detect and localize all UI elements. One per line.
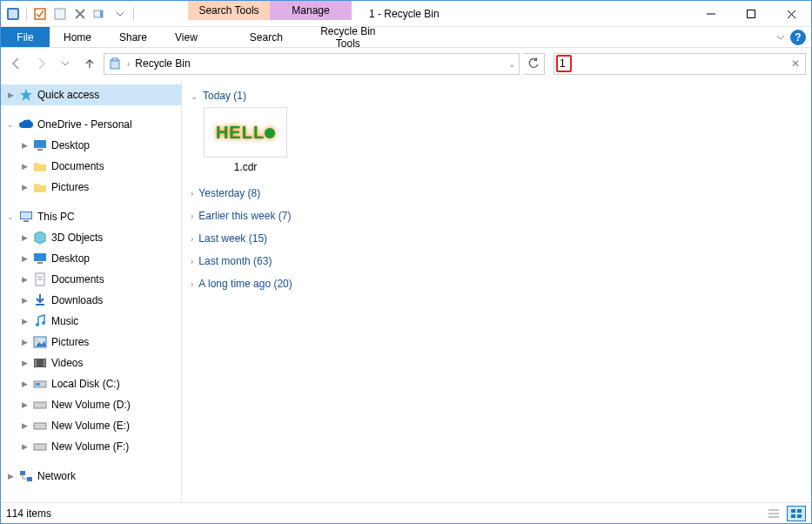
nav-pc-desktop[interactable]: ▶Desktop <box>1 248 181 269</box>
ribbon-expand-icon[interactable] <box>776 33 785 42</box>
svg-rect-10 <box>34 140 46 148</box>
tab-file[interactable]: File <box>1 27 50 47</box>
tab-home[interactable]: Home <box>50 27 105 47</box>
nav-label: 3D Objects <box>50 232 103 244</box>
svg-point-24 <box>37 339 39 342</box>
chevron-right-icon[interactable]: › <box>191 279 193 289</box>
tab-view[interactable]: View <box>161 27 211 47</box>
chevron-right-icon[interactable]: › <box>191 234 193 244</box>
nav-label: Pictures <box>50 181 89 193</box>
address-dropdown-icon[interactable]: ⌄ <box>508 59 515 69</box>
nav-label: Music <box>50 315 78 327</box>
qat-delete-icon[interactable] <box>71 5 89 23</box>
nav-label: Quick access <box>36 89 99 101</box>
qat-rename-icon[interactable] <box>91 5 109 23</box>
chevron-right-icon[interactable]: › <box>191 212 193 221</box>
video-icon <box>32 355 48 371</box>
qat-new-icon[interactable] <box>51 5 69 23</box>
group-last-week[interactable]: ›Last week (15) <box>189 227 804 250</box>
nav-pc-diskf[interactable]: ▶New Volume (F:) <box>1 436 181 457</box>
forward-button[interactable] <box>30 53 51 74</box>
group-label: Last month (63) <box>198 255 272 267</box>
up-button[interactable] <box>79 53 100 74</box>
group-earlier-week[interactable]: ›Earlier this week (7) <box>189 205 804 227</box>
back-button[interactable] <box>6 53 27 74</box>
file-item[interactable]: HELL 1.cdr <box>198 107 293 173</box>
context-tab-manage[interactable]: Manage <box>270 1 352 20</box>
nav-label: OneDrive - Personal <box>36 118 132 131</box>
address-bar[interactable]: › Recycle Bin ⌄ <box>104 53 520 75</box>
nav-label: Local Disk (C:) <box>50 378 120 390</box>
nav-pc-downloads[interactable]: ▶Downloads <box>1 290 181 311</box>
nav-pc-3d[interactable]: ▶3D Objects <box>1 227 181 248</box>
chevron-right-icon[interactable]: ▶ <box>18 141 30 150</box>
chevron-down-icon[interactable]: ⌄ <box>4 120 17 129</box>
minimize-button[interactable] <box>691 1 731 27</box>
qat-dropdown-icon[interactable] <box>111 5 129 23</box>
search-input[interactable] <box>560 57 791 70</box>
nav-pc-diskc[interactable]: ▶Local Disk (C:) <box>1 373 181 394</box>
chevron-right-icon[interactable]: ▶ <box>18 183 30 191</box>
tab-share[interactable]: Share <box>105 27 161 47</box>
svg-rect-1 <box>9 10 17 18</box>
context-tab-search[interactable]: Search Tools <box>188 1 270 20</box>
content-area[interactable]: ⌄ Today (1) HELL 1.cdr ›Yesterday (8) ›E… <box>182 79 811 502</box>
nav-label: New Volume (F:) <box>50 440 129 453</box>
disk-icon <box>32 397 48 413</box>
qat-properties-icon[interactable] <box>31 5 49 23</box>
svg-rect-29 <box>36 383 40 386</box>
status-item-count: 114 items <box>6 507 51 520</box>
nav-od-desktop[interactable]: ▶Desktop <box>1 135 181 156</box>
svg-rect-2 <box>35 9 45 19</box>
nav-label: This PC <box>36 211 75 223</box>
group-label: Today (1) <box>203 90 246 102</box>
svg-rect-31 <box>34 423 46 429</box>
nav-od-pictures[interactable]: ▶Pictures <box>1 177 181 198</box>
group-yesterday[interactable]: ›Yesterday (8) <box>189 182 804 205</box>
svg-rect-7 <box>748 10 755 18</box>
nav-pc-pictures[interactable]: ▶Pictures <box>1 332 181 353</box>
nav-pc-diske[interactable]: ▶New Volume (E:) <box>1 415 181 436</box>
nav-pc-diskd[interactable]: ▶New Volume (D:) <box>1 394 181 415</box>
group-last-month[interactable]: ›Last month (63) <box>189 250 804 272</box>
view-details-button[interactable] <box>764 506 783 521</box>
navigation-pane[interactable]: ▶ Quick access ⌄ OneDrive - Personal ▶De… <box>1 79 182 502</box>
nav-quick-access[interactable]: ▶ Quick access <box>1 84 181 105</box>
svg-rect-30 <box>34 402 46 408</box>
nav-pc-videos[interactable]: ▶Videos <box>1 353 181 373</box>
app-icon[interactable] <box>4 5 22 23</box>
nav-pc-documents[interactable]: ▶Documents <box>1 269 181 290</box>
nav-label: Desktop <box>50 252 90 265</box>
nav-onedrive[interactable]: ⌄ OneDrive - Personal <box>1 114 181 135</box>
tab-manage-sub[interactable]: Recycle Bin Tools <box>307 27 389 47</box>
chevron-right-icon[interactable]: › <box>127 59 130 69</box>
nav-label: Downloads <box>50 294 103 306</box>
svg-rect-38 <box>791 509 795 513</box>
tab-search-sub[interactable]: Search <box>225 27 307 47</box>
svg-rect-33 <box>20 471 25 475</box>
maximize-button[interactable] <box>731 1 771 27</box>
view-thumbnails-button[interactable] <box>787 506 806 521</box>
nav-this-pc[interactable]: ⌄This PC <box>1 206 181 227</box>
nav-pc-music[interactable]: ▶Music <box>1 311 181 332</box>
title-bar: Search Tools Manage 1 - Recycle Bin <box>1 1 811 27</box>
nav-label: Videos <box>50 357 83 369</box>
chevron-right-icon[interactable]: › <box>191 257 193 266</box>
nav-network[interactable]: ▶Network <box>1 466 181 487</box>
cloud-icon <box>18 117 34 132</box>
recent-dropdown[interactable] <box>55 53 76 74</box>
chevron-right-icon[interactable]: ▶ <box>18 162 30 171</box>
nav-od-documents[interactable]: ▶Documents <box>1 156 181 177</box>
chevron-right-icon[interactable]: ▶ <box>4 91 17 99</box>
group-today[interactable]: ⌄ Today (1) <box>189 86 804 107</box>
refresh-button[interactable] <box>523 53 545 75</box>
close-button[interactable] <box>771 1 811 27</box>
chevron-down-icon[interactable]: ⌄ <box>4 212 17 221</box>
nav-label: New Volume (D:) <box>50 399 131 411</box>
chevron-right-icon[interactable]: › <box>191 189 193 198</box>
chevron-down-icon[interactable]: ⌄ <box>191 91 198 101</box>
search-box[interactable]: ✕ <box>554 53 806 75</box>
group-long-ago[interactable]: ›A long time ago (20) <box>189 272 804 295</box>
search-clear-icon[interactable]: ✕ <box>791 57 800 70</box>
help-icon[interactable]: ? <box>790 30 806 45</box>
